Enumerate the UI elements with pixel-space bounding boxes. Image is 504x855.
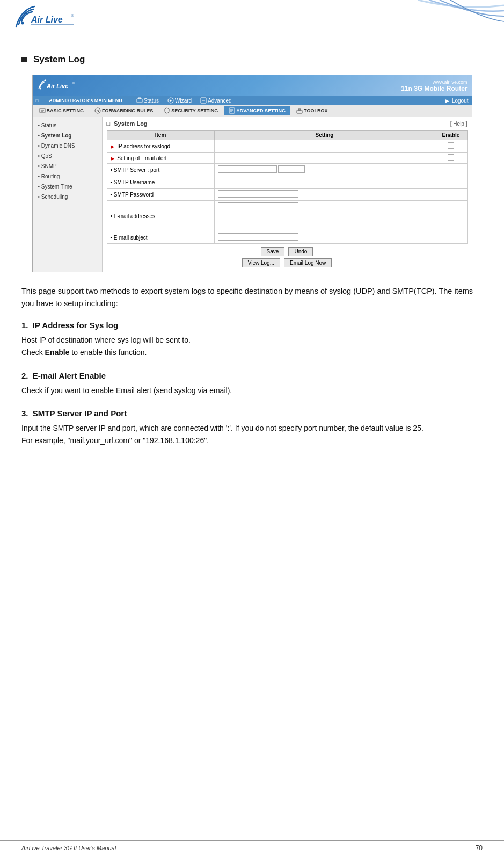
row-email-addresses: • E-mail addresses [107, 201, 467, 231]
router-main-panel: □ System Log [ Help ] Item Setting Enabl… [103, 117, 472, 272]
input-smtp-password[interactable] [218, 190, 298, 198]
item-ip-syslogd: ▶ IP address for syslogd [107, 140, 214, 153]
bullet-icon [21, 57, 27, 62]
svg-rect-8 [138, 98, 141, 99]
setting-email-subject [214, 231, 435, 244]
row-smtp-username: • SMTP Username [107, 176, 467, 189]
sidebar-item-system-time[interactable]: System Time [33, 182, 102, 192]
expand-arrow[interactable]: ▶ [111, 144, 114, 149]
enable-email-alert [435, 153, 467, 164]
num-body-1: Host IP of destination where sys log wil… [21, 334, 483, 359]
setting-email-alert [214, 153, 435, 164]
svg-text:Air Live: Air Live [31, 15, 63, 24]
svg-rect-22 [297, 110, 302, 113]
sidebar-item-routing[interactable]: Routing [33, 171, 102, 182]
row-smtp-server: • SMTP Server : port [107, 164, 467, 176]
item-email-alert: ▶ Setting of Email alert [107, 153, 214, 164]
setting-smtp-password [214, 189, 435, 201]
svg-point-4 [39, 88, 41, 90]
subnav-forwarding[interactable]: FORWARDING RULES [90, 106, 157, 115]
enable-email-subject [435, 231, 467, 244]
svg-text:®: ® [72, 82, 75, 85]
numbered-section-2: 2. E-mail Alert Enable Check if you want… [21, 371, 483, 397]
row-smtp-password: • SMTP Password [107, 189, 467, 201]
sidebar-item-system-log[interactable]: System Log [33, 131, 102, 141]
subnav-basic-setting[interactable]: BASIC SETTING [35, 106, 89, 115]
subnav-toolbox[interactable]: TOOLBOX [292, 106, 332, 115]
nav-wizard[interactable]: ✦ Wizard [167, 97, 192, 104]
undo-button[interactable]: Undo [288, 247, 313, 256]
num-body-3: Input the SMTP server IP and port, which… [21, 422, 483, 447]
expand-arrow-email[interactable]: ▶ [111, 156, 114, 161]
item-smtp-password: • SMTP Password [107, 189, 214, 201]
numbered-section-1: 1. IP Address for Sys log Host IP of des… [21, 321, 483, 359]
router-screenshot: Air Live ® www.airlive.com 11n 3G Mobile… [32, 75, 472, 272]
checkbox-email-alert[interactable] [448, 154, 454, 161]
setting-email-addresses [214, 201, 435, 231]
footer-page-number: 70 [476, 844, 483, 852]
sidebar-item-snmp[interactable]: SNMP [33, 161, 102, 171]
row-email-subject: • E-mail subject [107, 231, 467, 244]
footer-manual-title: AirLive Traveler 3G II User's Manual [21, 845, 116, 851]
input-smtp-server[interactable] [218, 165, 277, 173]
section-title: System Log [33, 54, 85, 65]
panel-header: □ System Log [ Help ] [107, 120, 468, 127]
setting-smtp-username [214, 176, 435, 189]
textarea-email-addresses[interactable] [218, 202, 298, 229]
sidebar-item-scheduling[interactable]: Scheduling [33, 192, 102, 202]
item-smtp-server: • SMTP Server : port [107, 164, 214, 176]
nav-logout[interactable]: ▶ Logout [445, 98, 468, 104]
router-log-buttons: View Log... Email Log Now [107, 257, 468, 269]
item-smtp-username: • SMTP Username [107, 176, 214, 189]
svg-point-0 [21, 22, 24, 25]
num-title-1: 1. IP Address for Sys log [21, 321, 483, 330]
email-log-now-button[interactable]: Email Log Now [284, 258, 332, 267]
item-email-addresses: • E-mail addresses [107, 201, 214, 231]
subnav-security[interactable]: SECURITY SETTING [159, 106, 222, 115]
setting-smtp-server [214, 164, 435, 176]
enable-smtp-server [435, 164, 467, 176]
router-subnav: BASIC SETTING FORWARDING RULES SECURITY … [33, 105, 472, 117]
enable-ip-syslogd [435, 140, 467, 153]
router-sidebar: Status System Log Dynamic DNS QoS SNMP R… [33, 117, 103, 272]
enable-email-addresses [435, 201, 467, 231]
save-button[interactable]: Save [261, 247, 285, 256]
sidebar-item-dynamic-dns[interactable]: Dynamic DNS [33, 141, 102, 151]
footer: AirLive Traveler 3G II User's Manual 70 [0, 840, 504, 855]
svg-rect-7 [137, 99, 142, 103]
svg-rect-23 [298, 109, 301, 110]
router-brand-right: www.airlive.com 11n 3G Mobile Router [401, 79, 467, 92]
router-body: Status System Log Dynamic DNS QoS SNMP R… [33, 117, 472, 272]
setting-ip-syslogd [214, 140, 435, 153]
nav-status[interactable]: Status [136, 97, 159, 104]
subnav-advanced[interactable]: ADVANCED SETTING [224, 106, 290, 115]
form-table: Item Setting Enable ▶ IP address for sys… [107, 130, 468, 244]
sidebar-item-qos[interactable]: QoS [33, 151, 102, 161]
num-body-2: Check if you want to enable Email alert … [21, 385, 483, 397]
svg-text:®: ® [71, 13, 74, 18]
svg-text:Air Live: Air Live [46, 83, 68, 89]
num-title-3: 3. SMTP Server IP and Port [21, 409, 483, 418]
checkbox-ip-syslogd[interactable] [448, 142, 454, 149]
section-header: System Log [21, 54, 483, 65]
input-email-subject[interactable] [218, 233, 298, 241]
item-email-subject: • E-mail subject [107, 231, 214, 244]
enable-smtp-username [435, 176, 467, 189]
row-email-alert: ▶ Setting of Email alert [107, 153, 467, 164]
router-top-bar: Air Live ® www.airlive.com 11n 3G Mobile… [33, 75, 472, 96]
col-enable: Enable [435, 131, 467, 140]
router-nav: □ ADMINISTRATOR's MAIN MENU Status ✦ Wiz… [33, 96, 472, 105]
intro-paragraph: This page support two methods to export … [21, 285, 483, 310]
sidebar-item-status[interactable]: Status [33, 120, 102, 131]
input-ip-syslogd[interactable] [218, 142, 298, 149]
panel-help: [ Help ] [450, 121, 468, 127]
input-smtp-port[interactable] [278, 165, 305, 173]
svg-text:✦: ✦ [169, 99, 172, 103]
router-logo: Air Live ® [37, 77, 80, 94]
router-buttons: Save Undo [107, 244, 468, 257]
nav-advanced[interactable]: Advanced [200, 97, 231, 104]
row-ip-syslogd: ▶ IP address for syslogd [107, 140, 467, 153]
numbered-section-3: 3. SMTP Server IP and Port Input the SMT… [21, 409, 483, 447]
view-log-button[interactable]: View Log... [242, 258, 280, 267]
input-smtp-username[interactable] [218, 178, 298, 185]
